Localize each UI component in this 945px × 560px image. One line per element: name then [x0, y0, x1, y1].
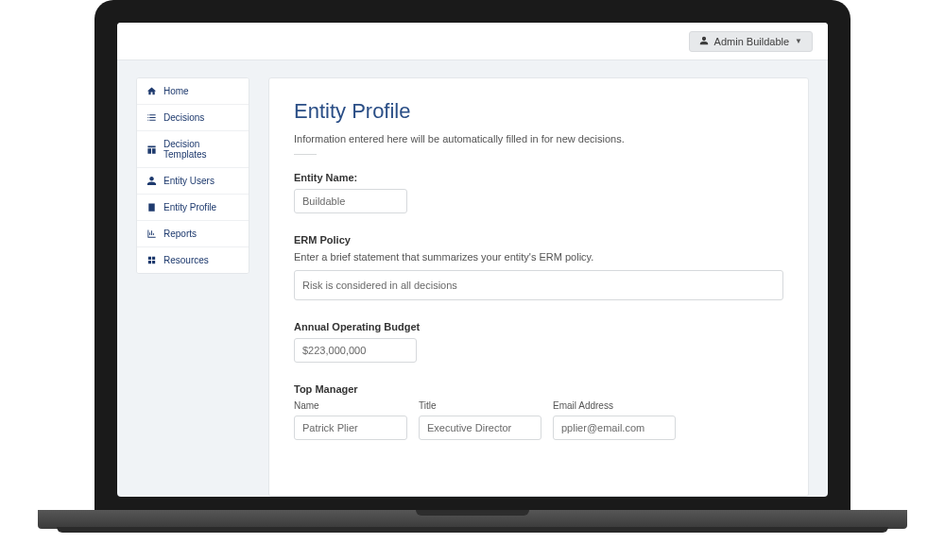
- manager-title-label: Title: [419, 400, 541, 411]
- budget-field: Annual Operating Budget: [294, 321, 783, 363]
- budget-input[interactable]: [294, 338, 417, 363]
- manager-email-col: Email Address: [553, 400, 676, 440]
- sidebar-item-resources[interactable]: Resources: [137, 247, 249, 273]
- chart-icon: [146, 229, 157, 239]
- entity-name-field: Entity Name:: [294, 172, 783, 213]
- sidebar-item-label: Home: [163, 86, 189, 96]
- sidebar: Home Decisions Decision Templates: [136, 77, 249, 274]
- entity-name-label: Entity Name:: [294, 172, 783, 183]
- sidebar-item-label: Entity Profile: [163, 202, 216, 212]
- manager-name-input[interactable]: [294, 416, 407, 440]
- app-window: Admin Buildable ▼ Home Decisions: [117, 23, 828, 497]
- top-manager-label: Top Manager: [294, 383, 783, 395]
- laptop-frame: Admin Buildable ▼ Home Decisions: [94, 0, 850, 519]
- template-icon: [146, 144, 157, 155]
- manager-name-col: Name: [294, 400, 407, 440]
- sidebar-item-label: Decisions: [163, 112, 204, 123]
- sidebar-item-decisions[interactable]: Decisions: [137, 105, 249, 131]
- laptop-foot: [57, 527, 888, 533]
- user-icon: [146, 176, 157, 186]
- profile-icon: [146, 202, 157, 212]
- sidebar-item-label: Decision Templates: [163, 139, 239, 160]
- topbar: Admin Buildable ▼: [117, 23, 828, 60]
- sidebar-item-label: Reports: [163, 229, 197, 239]
- page-title: Entity Profile: [294, 99, 783, 124]
- top-manager-section: Top Manager Name Title Email Address: [294, 383, 783, 440]
- content-area: Home Decisions Decision Templates: [117, 60, 828, 497]
- sidebar-item-entity-profile[interactable]: Entity Profile: [137, 195, 249, 221]
- page-description: Information entered here will be automat…: [294, 133, 783, 144]
- sidebar-item-reports[interactable]: Reports: [137, 221, 249, 247]
- user-menu-dropdown[interactable]: Admin Buildable ▼: [689, 31, 813, 52]
- home-icon: [146, 86, 157, 96]
- erm-policy-input[interactable]: [294, 270, 783, 300]
- sidebar-item-decision-templates[interactable]: Decision Templates: [137, 131, 249, 168]
- chevron-down-icon: ▼: [795, 37, 802, 45]
- user-icon: [699, 36, 709, 47]
- manager-name-label: Name: [294, 400, 407, 411]
- erm-policy-field: ERM Policy Enter a brief statement that …: [294, 234, 783, 300]
- resources-icon: [146, 255, 157, 265]
- erm-policy-label: ERM Policy: [294, 234, 783, 246]
- laptop-notch: [416, 510, 529, 516]
- sidebar-item-home[interactable]: Home: [137, 78, 249, 105]
- entity-name-input[interactable]: [294, 189, 407, 213]
- sidebar-item-label: Resources: [163, 255, 209, 265]
- manager-email-input[interactable]: [553, 416, 676, 440]
- divider: [294, 154, 317, 155]
- user-menu-label: Admin Buildable: [714, 36, 790, 47]
- sidebar-item-label: Entity Users: [163, 176, 215, 186]
- sidebar-item-entity-users[interactable]: Entity Users: [137, 168, 249, 195]
- list-icon: [146, 112, 157, 123]
- main-panel: Entity Profile Information entered here …: [268, 77, 809, 497]
- erm-policy-sublabel: Enter a brief statement that summarizes …: [294, 251, 783, 263]
- budget-label: Annual Operating Budget: [294, 321, 783, 332]
- manager-title-col: Title: [419, 400, 541, 440]
- manager-email-label: Email Address: [553, 400, 676, 411]
- manager-title-input[interactable]: [419, 416, 541, 440]
